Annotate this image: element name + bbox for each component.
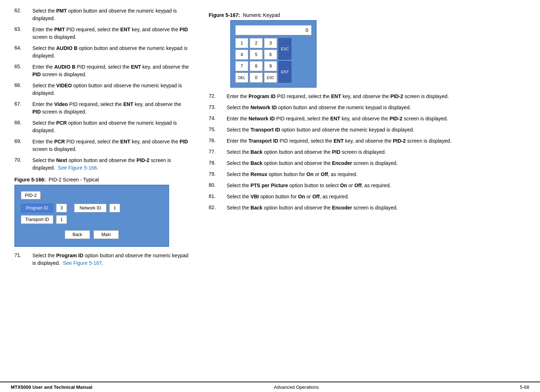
step-num-75: 75. <box>209 126 227 134</box>
key-del[interactable]: DEL <box>235 73 248 83</box>
step-text-73: Select the Network ID option button and … <box>227 104 411 111</box>
step-num-68: 68. <box>14 119 32 134</box>
program-id-value: 3 <box>56 204 67 212</box>
step-80: 80. Select the PTS per Picture option bu… <box>209 182 529 189</box>
step-text-80: Select the PTS per Picture option button… <box>227 182 391 189</box>
step-text-62: Select the PMT option button and observe… <box>32 7 191 22</box>
step-66: 66. Select the VIDEO option button and o… <box>14 82 191 97</box>
step-text-70: Select the Next option button and observ… <box>32 157 191 172</box>
keypad-display-value: 0 <box>305 27 308 33</box>
step-70: 70. Select the Next option button and ob… <box>14 157 191 172</box>
key-4[interactable]: 4 <box>235 50 248 60</box>
figure-166-title: PID-2 Screen - Typical <box>46 177 99 183</box>
step-75: 75. Select the Transport ID option butto… <box>209 126 529 134</box>
step-68: 68. Select the PCR option button and obs… <box>14 119 191 134</box>
step-text-66: Select the VIDEO option button and obser… <box>32 82 191 97</box>
step-79: 79. Select the Remux option button for O… <box>209 171 529 178</box>
key-8[interactable]: 8 <box>250 61 263 71</box>
pid2-row-2: Transport ID 1 <box>21 215 163 224</box>
transport-id-value: 1 <box>56 215 67 224</box>
step-text-78: Select the Back option button and observ… <box>227 160 398 167</box>
keypad-display: 0 <box>235 25 312 35</box>
right-column: Figure 5-167: Numeric Keypad 0 1 2 <box>201 4 540 378</box>
content-area: 62. Select the PMT option button and obs… <box>0 0 540 382</box>
step-num-80: 80. <box>209 182 227 189</box>
link-figure-5-167[interactable]: See Figure 5-167 <box>63 260 102 266</box>
key-9[interactable]: 9 <box>264 61 277 71</box>
step-text-79: Select the Remux option button for On or… <box>227 171 357 178</box>
figure-167-title: Numeric Keypad <box>240 12 280 18</box>
step-text-77: Select the Back option button and observ… <box>227 148 386 156</box>
key-ent[interactable]: ENT <box>278 61 291 83</box>
key-3[interactable]: 3 <box>264 38 277 48</box>
footer-page-number: 5-68 <box>500 384 529 390</box>
step-text-64: Select the AUDIO B option button and obs… <box>32 45 191 60</box>
step-num-79: 79. <box>209 171 227 178</box>
right-steps: 72. Enter the Program ID PID required, s… <box>209 93 529 212</box>
figure-166-label: Figure 5-166: PID-2 Screen - Typical <box>14 177 191 183</box>
network-id-button[interactable]: Network ID <box>74 204 106 212</box>
step-text-82: Select the Back option button and observ… <box>227 204 398 212</box>
step-81: 81. Select the VBI option button for On … <box>209 193 529 200</box>
pid2-row-1: Program ID 3 Network ID 1 <box>21 204 163 212</box>
step-text-81: Select the VBI option button for On or O… <box>227 193 349 200</box>
key-0[interactable]: 0 <box>250 73 263 83</box>
step-72: 72. Enter the Program ID PID required, s… <box>209 93 529 100</box>
key-esc[interactable]: ESC <box>278 38 291 60</box>
left-column: 62. Select the PMT option button and obs… <box>0 4 201 378</box>
step-num-72: 72. <box>209 93 227 100</box>
key-7[interactable]: 7 <box>235 61 248 71</box>
footer-section-title: Advanced Operations <box>92 384 500 390</box>
key-esc-bottom[interactable]: ESC <box>264 73 277 83</box>
step-82: 82. Select the Back option button and ob… <box>209 204 529 212</box>
step-text-65: Enter the AUDIO B PID required, select t… <box>32 63 191 78</box>
footer-product-name: MTX5000 User and Technical Manual <box>11 384 92 390</box>
step-63: 63. Enter the PMT PID required, select t… <box>14 26 191 41</box>
step-num-73: 73. <box>209 104 227 111</box>
step-text-72: Enter the Program ID PID required, selec… <box>227 93 449 100</box>
key-1[interactable]: 1 <box>235 38 248 48</box>
step-num-81: 81. <box>209 193 227 200</box>
step-num-69: 69. <box>14 138 32 153</box>
link-figure-5-166[interactable]: See Figure 5-166 <box>58 165 97 171</box>
network-id-value: 1 <box>109 204 120 212</box>
step-num-65: 65. <box>14 63 32 78</box>
main-button[interactable]: Main <box>94 230 119 239</box>
step-text-74: Enter the Network ID PID required, selec… <box>227 115 448 123</box>
key-6[interactable]: 6 <box>264 50 277 60</box>
step-text-63: Enter the PMT PID required, select the E… <box>32 26 191 41</box>
key-2[interactable]: 2 <box>250 38 263 48</box>
transport-id-button[interactable]: Transport ID <box>21 215 53 224</box>
back-button[interactable]: Back <box>65 230 90 239</box>
step-num-74: 74. <box>209 115 227 123</box>
step-76: 76. Enter the Transport ID PID required,… <box>209 137 529 145</box>
key-5[interactable]: 5 <box>250 50 263 60</box>
step-num-71: 71. <box>14 252 32 267</box>
numeric-keypad: 0 1 2 3 4 5 <box>230 20 317 88</box>
step-num-78: 78. <box>209 160 227 167</box>
pid2-title: PID-2 <box>21 191 41 199</box>
pid2-bottom-row: Back Main <box>21 230 163 239</box>
step-num-76: 76. <box>209 137 227 145</box>
step-text-71: Select the Program ID option button and … <box>32 252 191 267</box>
step-text-69: Enter the PCR PID required, select the E… <box>32 138 191 153</box>
step-text-75: Select the Transport ID option button an… <box>227 126 414 134</box>
step-62: 62. Select the PMT option button and obs… <box>14 7 191 22</box>
step-64: 64. Select the AUDIO B option button and… <box>14 45 191 60</box>
step-71: 71. Select the Program ID option button … <box>14 252 191 267</box>
step-num-62: 62. <box>14 7 32 22</box>
step-77: 77. Select the Back option button and ob… <box>209 148 529 156</box>
step-num-77: 77. <box>209 148 227 156</box>
page-container: 62. Select the PMT option button and obs… <box>0 0 540 392</box>
step-73: 73. Select the Network ID option button … <box>209 104 529 111</box>
step-num-82: 82. <box>209 204 227 212</box>
step-num-66: 66. <box>14 82 32 97</box>
step-74: 74. Enter the Network ID PID required, s… <box>209 115 529 123</box>
step-text-76: Enter the Transport ID PID required, sel… <box>227 137 451 145</box>
step-num-67: 67. <box>14 101 32 116</box>
step-num-63: 63. <box>14 26 32 41</box>
page-footer: MTX5000 User and Technical Manual Advanc… <box>0 382 540 392</box>
step-text-68: Select the PCR option button and observe… <box>32 119 191 134</box>
step-text-67: Enter the Video PID required, select the… <box>32 101 191 116</box>
program-id-button[interactable]: Program ID <box>21 204 53 212</box>
